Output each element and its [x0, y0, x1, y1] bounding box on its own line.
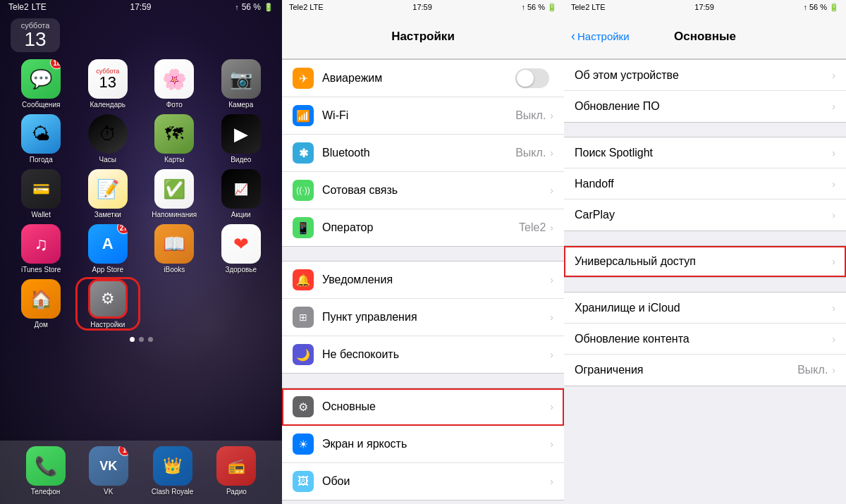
app-video[interactable]: ▶ Видео: [211, 114, 272, 164]
settings-status-left: Tele2 LTE: [289, 3, 324, 11]
airplane-toggle[interactable]: [515, 68, 549, 88]
wallet-icon: 💳: [32, 180, 50, 197]
app-wallet[interactable]: 💳 Wallet: [11, 169, 72, 219]
app-maps[interactable]: 🗺 Карты: [144, 114, 205, 164]
app-notes[interactable]: 📝 Заметки: [78, 169, 139, 219]
dock-radio[interactable]: 📻 Радио: [216, 446, 256, 496]
carrier-icon: 📱: [293, 217, 314, 238]
icloud-storage-chevron: ›: [832, 302, 835, 314]
app-camera[interactable]: 📷 Камера: [211, 59, 272, 109]
weather-icon: 🌤: [32, 123, 50, 145]
photos-icon: 🌸: [162, 68, 187, 91]
settings-item-donotdisturb[interactable]: 🌙 Не беспокоить ›: [282, 336, 564, 373]
general-item-spotlight[interactable]: Поиск Spotlight ›: [564, 137, 846, 168]
app-appstore[interactable]: A 27 App Store: [78, 224, 139, 273]
settings-item-bluetooth[interactable]: ✱ Bluetooth Выкл. ›: [282, 135, 564, 172]
general-list-2: Поиск Spotlight › Handoff › CarPlay ›: [564, 137, 846, 231]
dock-clash-royale[interactable]: 👑 Clash Royale: [152, 446, 193, 496]
general-item-carplay[interactable]: CarPlay ›: [564, 199, 846, 231]
vk-icon: VK: [99, 459, 117, 474]
day-name: суббота: [16, 21, 54, 30]
bluetooth-icon: ✱: [293, 142, 314, 164]
general-nav-bar: ‹ Настройки Основные: [564, 14, 846, 59]
app-reminders[interactable]: ✅ Напоминания: [144, 169, 205, 219]
general-item-about[interactable]: Об этом устройстве ›: [564, 60, 846, 91]
app-home[interactable]: 🏠 Дом: [11, 279, 72, 328]
phone-status-bar: Tele2 LTE 17:59 ↑ 56 % 🔋: [0, 0, 282, 14]
general-group-3: Универсальный доступ ›: [564, 245, 846, 278]
general-battery: 56 %: [809, 3, 827, 11]
restrictions-value: Выкл.: [797, 364, 828, 376]
bluetooth-value: Выкл.: [515, 147, 546, 159]
general-group-2: Поиск Spotlight › Handoff › CarPlay ›: [564, 137, 846, 231]
status-right: ↑ 56 % 🔋: [235, 2, 274, 12]
handoff-chevron: ›: [832, 178, 835, 190]
calendar-label: Календарь: [90, 101, 125, 109]
settings-item-carrier[interactable]: 📱 Оператор Tele2 ›: [282, 209, 564, 246]
carplay-label: CarPlay: [575, 209, 832, 221]
dock-phone-label: Телефон: [31, 488, 60, 496]
app-weather[interactable]: 🌤 Погода: [11, 114, 72, 164]
general-back-button[interactable]: ‹ Настройки: [571, 29, 630, 44]
stocks-icon: 📈: [234, 183, 248, 196]
dock: 📞 Телефон VK 1 VK 👑 Clash Royale 📻: [0, 441, 282, 504]
app-health[interactable]: ❤ Здоровье: [211, 224, 272, 273]
settings-battery-icon: 🔋: [547, 3, 557, 12]
settings-item-airplane[interactable]: ✈ Авиарежим: [282, 60, 564, 97]
bluetooth-chevron: ›: [550, 147, 553, 159]
settings-group-connectivity: ✈ Авиарежим 📶 Wi-Fi Выкл. › ✱ Bluetooth: [282, 59, 564, 247]
display-icon: ☀: [293, 434, 314, 455]
accessibility-chevron: ›: [832, 256, 835, 267]
general-item-bgrefresh[interactable]: Обновление контента ›: [564, 324, 846, 355]
general-arrow: ↑: [803, 3, 807, 11]
general-list-3: Универсальный доступ ›: [564, 245, 846, 278]
settings-network: LTE: [309, 3, 323, 11]
weather-label: Погода: [30, 156, 53, 164]
settings-list-connectivity: ✈ Авиарежим 📶 Wi-Fi Выкл. › ✱ Bluetooth: [282, 59, 564, 247]
radio-icon: 📻: [228, 457, 245, 474]
settings-item-notifications[interactable]: 🔔 Уведомления ›: [282, 262, 564, 299]
dock-vk[interactable]: VK 1 VK: [89, 446, 128, 496]
app-clock[interactable]: ⏱ Часы: [78, 114, 139, 164]
spotlight-label: Поиск Spotlight: [575, 147, 832, 159]
general-item-icloud-storage[interactable]: Хранилище и iCloud ›: [564, 293, 846, 324]
clock-icon: ⏱: [99, 123, 117, 145]
app-stocks[interactable]: 📈 Акции: [211, 169, 272, 219]
app-ibooks[interactable]: 📖 iBooks: [144, 224, 205, 273]
general-screen: Tele2 LTE 17:59 ↑ 56 % 🔋 ‹ Настройки Осн…: [564, 0, 846, 504]
settings-item-display[interactable]: ☀ Экран и яркость ›: [282, 426, 564, 463]
appstore-badge: 27: [117, 224, 128, 234]
general-item-restrictions[interactable]: Ограничения Выкл. ›: [564, 355, 846, 386]
date-widget: суббота 13: [0, 14, 282, 56]
dock-phone[interactable]: 📞 Телефон: [26, 446, 66, 496]
app-settings[interactable]: ⚙ Настройки: [78, 279, 139, 328]
settings-item-cellular[interactable]: ((·)) Сотовая связь ›: [282, 172, 564, 209]
general-time: 17:59: [694, 3, 714, 11]
settings-item-controlcenter[interactable]: ⊞ Пункт управления ›: [282, 299, 564, 336]
messages-badge: 18: [50, 59, 61, 69]
settings-item-general[interactable]: ⚙ Основные ›: [282, 388, 564, 426]
app-itunes[interactable]: ♫ iTunes Store: [11, 224, 72, 273]
about-label: Об этом устройстве: [575, 69, 832, 82]
settings-battery: 56 %: [527, 3, 545, 11]
general-back-label: Настройки: [577, 30, 630, 42]
bluetooth-label: Bluetooth: [322, 147, 515, 159]
settings-item-wifi[interactable]: 📶 Wi-Fi Выкл. ›: [282, 97, 564, 135]
wallpaper-label: Обои: [322, 475, 550, 488]
wallpaper-chevron: ›: [550, 476, 553, 487]
app-photos[interactable]: 🌸 Фото: [144, 59, 205, 109]
camera-icon: 📷: [230, 68, 252, 90]
general-group-4: Хранилище и iCloud › Обновление контента…: [564, 292, 846, 386]
settings-time: 17:59: [412, 3, 432, 11]
cellular-chevron: ›: [550, 185, 553, 196]
app-calendar[interactable]: суббота 13 Календарь: [78, 59, 139, 109]
app-messages[interactable]: 💬 18 Сообщения: [11, 59, 72, 109]
general-item-accessibility[interactable]: Универсальный доступ ›: [564, 246, 846, 277]
settings-item-wallpaper[interactable]: 🖼 Обои ›: [282, 463, 564, 500]
clock-label: Часы: [99, 156, 116, 164]
general-item-handoff[interactable]: Handoff ›: [564, 168, 846, 199]
general-item-softwareupdate[interactable]: Обновление ПО ›: [564, 91, 846, 122]
arrow-icon: ↑: [235, 3, 239, 11]
ibooks-icon: 📖: [163, 233, 185, 255]
general-status-left: Tele2 LTE: [571, 3, 606, 11]
